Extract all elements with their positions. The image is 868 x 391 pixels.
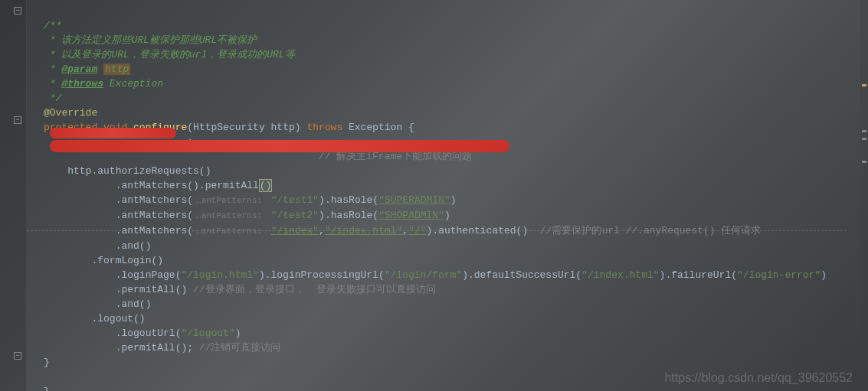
param-var: http — [271, 122, 295, 133]
doc-line2: * 以及登录的URL，登录失败的url，登录成功的URL等 — [44, 49, 295, 60]
kw-throws: throws — [306, 122, 342, 133]
ant2-str: "/test1" — [271, 194, 319, 206]
scrollbar[interactable] — [860, 0, 868, 391]
login-fail-pre: ).failureUrl( — [660, 269, 737, 281]
doc-line1: * 该方法定义那些URL被保护那些URL不被保护 — [44, 34, 257, 46]
ant3-str: "/test2" — [271, 210, 319, 221]
login-end: ) — [821, 269, 827, 281]
ant1: .antMatchers().permitAll — [116, 180, 259, 191]
fold-icon[interactable]: − — [14, 352, 21, 360]
login-proc-pre: ).loginProcessingUrl( — [259, 269, 385, 281]
login-fail: "/login-error" — [737, 269, 821, 281]
ant2-mid: ).hasRole( — [319, 194, 378, 206]
ant3-end: ) — [444, 210, 450, 221]
doc-close: */ — [44, 93, 61, 104]
brace-close2: } — [44, 386, 50, 391]
code-content[interactable]: /** * 该方法定义那些URL被保护那些URL不被保护 * 以及登录的URL，… — [27, 0, 868, 391]
redaction-mark — [50, 140, 509, 152]
param-name: http — [103, 64, 130, 75]
doc-line4-prefix: * — [44, 78, 61, 90]
annotation-override: @Override — [44, 107, 97, 119]
fold-icon[interactable]: − — [14, 116, 21, 124]
throws-tag: @throws — [61, 78, 103, 90]
redaction-mark — [50, 128, 176, 138]
param-tag: @param — [61, 64, 97, 75]
login-pre: .loginPage( — [116, 269, 182, 281]
hint-icon: …antPatterns: — [193, 210, 265, 221]
login-proc: "/login/form" — [385, 269, 462, 281]
ant3-role: "SHOPADMIN" — [378, 210, 444, 221]
login-succ: "/index.html" — [581, 269, 659, 281]
and2: .and() — [116, 298, 152, 310]
throws-name: Exception — [103, 78, 163, 90]
permit1: .permitAll() — [116, 284, 193, 295]
scroll-marker — [862, 138, 866, 140]
param-type: HttpSecurity — [193, 122, 265, 133]
wavy-underline — [27, 230, 847, 231]
gutter: − − − — [0, 0, 27, 391]
doc-line3-prefix: * — [44, 64, 61, 75]
ant2-pre: .antMatchers( — [116, 194, 193, 206]
ant2-end: ) — [450, 194, 457, 206]
exception: Exception — [349, 122, 402, 133]
and1: .and() — [116, 240, 152, 252]
http-auth: http.authorizeRequests() — [67, 165, 211, 177]
doc-open: /** — [44, 20, 61, 31]
hint-icon: …antPatterns: — [193, 195, 265, 206]
logout: .logout() — [91, 313, 145, 324]
brace-open: { — [408, 122, 414, 133]
scroll-marker — [862, 130, 866, 132]
caret-paren: () — [259, 179, 273, 192]
form-login: .formLogin() — [91, 255, 163, 266]
ant2-role: "SUPERADMIN" — [378, 194, 450, 206]
scroll-marker — [862, 84, 866, 86]
permit2: .permitAll(); — [116, 342, 199, 354]
permit1-comment: //登录界面，登录接口， 登录失败接口可以直接访问 — [193, 284, 436, 295]
ant3-mid: ).hasRole( — [319, 210, 378, 221]
code-editor[interactable]: − − − /** * 该方法定义那些URL被保护那些URL不被保护 * 以及登… — [0, 0, 868, 391]
permit2-comment: //注销可直接访问 — [199, 342, 281, 354]
brace-close1: } — [44, 357, 50, 368]
watermark: https://blog.csdn.net/qq_39620552 — [664, 371, 853, 385]
redacted-comment: // 解决主iFrame下能加载的问题 — [319, 151, 472, 162]
ant3-pre: .antMatchers( — [116, 210, 193, 221]
logout-url-pre: .logoutUrl( — [116, 327, 182, 339]
logout-url: "/logout" — [181, 327, 234, 339]
login-succ-pre: ).defaultSuccessUrl( — [462, 269, 581, 281]
fold-icon[interactable]: − — [14, 7, 21, 15]
login-page: "/login.html" — [181, 269, 258, 281]
hint-icon: …antPatterns: — [193, 226, 265, 236]
scroll-marker — [862, 161, 866, 163]
logout-url-end: ) — [235, 327, 241, 339]
